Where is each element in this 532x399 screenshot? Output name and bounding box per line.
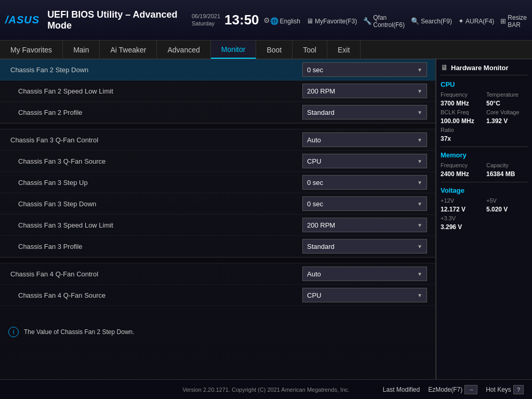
dropdown-chassis-fan3-stepup[interactable]: 0 sec ▼ (302, 175, 427, 190)
cpu-freq-value: 3700 MHz (441, 100, 482, 107)
nav-tool[interactable]: Tool (292, 41, 327, 59)
dropdown-arrow-7: ▼ (417, 201, 422, 207)
dropdown-chassis-fan2-profile[interactable]: Standard ▼ (302, 105, 427, 119)
nav-advanced[interactable]: Advanced (157, 41, 210, 59)
footer: Version 2.20.1271. Copyright (C) 2021 Am… (0, 379, 532, 399)
myfavorite-tool[interactable]: 🖥 MyFavorite(F3) (307, 17, 357, 25)
control-chassis-fan4-source[interactable]: CPU ▼ (302, 288, 427, 302)
control-chassis-fan3-stepup[interactable]: 0 sec ▼ (302, 175, 427, 190)
control-chassis-fan3-profile[interactable]: Standard ▼ (302, 239, 427, 254)
mem-capacity-value: 16384 MB (486, 170, 528, 178)
dropdown-value-chassis-fan4-qfan: Auto (307, 270, 321, 278)
nav-monitor[interactable]: Monitor (211, 41, 257, 59)
header-tools: 🌐 English 🖥 MyFavorite(F3) 🔧 Qfan Contro… (270, 14, 527, 29)
row-chassis-fan3-qfan: Chassis Fan 3 Q-Fan Control Auto ▼ (0, 129, 435, 151)
control-chassis-fan4-qfan[interactable]: Auto ▼ (302, 267, 427, 281)
nav-main[interactable]: Main (63, 41, 100, 59)
last-modified-btn[interactable]: Last Modified (383, 386, 420, 393)
dropdown-value-chassis-fan3-stepdown: 0 sec (307, 200, 323, 208)
hw-section-voltage: Voltage (441, 187, 528, 194)
monitor-icon: 🖥 (441, 63, 448, 72)
hot-keys-label: Hot Keys (486, 386, 511, 393)
nav-my-favorites[interactable]: My Favorites (0, 41, 63, 59)
dropdown-chassis-fan3-profile[interactable]: Standard ▼ (302, 239, 427, 254)
label-chassis-fan2-speed-low: Chassis Fan 2 Speed Low Limit (10, 87, 302, 95)
dropdown-chassis-fan4-qfan[interactable]: Auto ▼ (302, 267, 427, 281)
row-chassis-fan3-stepup: Chassis Fan 3 Step Up 0 sec ▼ (0, 172, 435, 193)
dropdown-value-chassis-fan3-stepup: 0 sec (307, 179, 323, 187)
resizebar-icon: ⊞ (500, 17, 506, 25)
hot-keys-btn[interactable]: Hot Keys ? (486, 385, 524, 394)
info-text: The Value of Chassis Fan 2 Step Down. (24, 328, 135, 336)
cpu-ratio-label: Ratio (441, 127, 482, 133)
dropdown-chassis-fan4-source[interactable]: CPU ▼ (302, 288, 427, 302)
dropdown-value-chassis-fan4-source: CPU (307, 291, 321, 299)
content-area: Chassis Fan 2 Step Down 0 sec ▼ Chassis … (0, 59, 436, 379)
dropdown-chassis-fan2-speed-low[interactable]: 200 RPM ▼ (302, 84, 427, 98)
cpu-memory-divider (441, 147, 528, 147)
control-chassis-fan3-stepdown[interactable]: 0 sec ▼ (302, 196, 427, 211)
volt-33v-value: 3.296 V (441, 223, 482, 231)
search-tool[interactable]: 🔍 Search(F9) (411, 17, 452, 25)
mem-freq-label: Frequency (441, 162, 482, 168)
cpu-ratio-value: 37x (441, 135, 482, 142)
dropdown-chassis-fan2-stepdown[interactable]: 0 sec ▼ (302, 62, 427, 77)
dropdown-arrow-10: ▼ (417, 271, 422, 277)
dropdown-value-chassis-fan2-speed-low: 200 RPM (307, 87, 335, 95)
dropdown-value-chassis-fan3-qfan: Auto (307, 136, 321, 144)
control-chassis-fan3-speed-low[interactable]: 200 RPM ▼ (302, 218, 427, 232)
mem-freq-value: 2400 MHz (441, 170, 482, 178)
row-chassis-fan2-profile: Chassis Fan 2 Profile Standard ▼ (0, 102, 435, 123)
ez-mode-btn[interactable]: EzMode(F7) → (428, 385, 477, 394)
nav-exit[interactable]: Exit (327, 41, 361, 59)
volt-33v-placeholder (486, 215, 528, 221)
volt-33v-label: +3.3V (441, 215, 482, 221)
volt-5v-value: 5.020 V (486, 206, 528, 213)
qfan-tool[interactable]: 🔧 Qfan Control(F6) (363, 14, 405, 29)
label-chassis-fan3-profile: Chassis Fan 3 Profile (10, 243, 302, 250)
hot-keys-icon: ? (513, 385, 524, 394)
dropdown-chassis-fan3-speed-low[interactable]: 200 RPM ▼ (302, 218, 427, 232)
cpu-stats-grid: Frequency Temperature 3700 MHz 50°C BCLK… (441, 91, 528, 142)
hw-monitor-panel: 🖥 Hardware Monitor CPU Frequency Tempera… (436, 59, 532, 379)
language-tool[interactable]: 🌐 English (270, 17, 300, 25)
label-chassis-fan3-stepdown: Chassis Fan 3 Step Down (10, 200, 302, 208)
volt-5v-label: +5V (486, 197, 528, 204)
cpu-temp-value: 50°C (486, 100, 528, 107)
label-chassis-fan2-profile: Chassis Fan 2 Profile (10, 109, 302, 116)
cpu-freq-label: Frequency (441, 91, 482, 98)
myfavorite-label: MyFavorite(F3) (315, 18, 357, 25)
search-icon: 🔍 (411, 17, 419, 25)
bios-title: UEFI BIOS Utility – Advanced Mode (47, 9, 181, 31)
resizebar-tool[interactable]: ⊞ Resize BAR (500, 14, 527, 29)
dropdown-value-chassis-fan3-source: CPU (307, 157, 321, 165)
settings-icon[interactable]: ⚙ (263, 16, 270, 24)
dropdown-chassis-fan3-stepdown[interactable]: 0 sec ▼ (302, 196, 427, 211)
aura-label: AURA(F4) (466, 18, 494, 25)
hw-monitor-title: 🖥 Hardware Monitor (441, 63, 528, 75)
control-chassis-fan2-speed-low[interactable]: 200 RPM ▼ (302, 84, 427, 98)
control-chassis-fan3-qfan[interactable]: Auto ▼ (302, 132, 427, 147)
aura-icon: ✦ (458, 17, 464, 25)
dropdown-chassis-fan3-qfan[interactable]: Auto ▼ (302, 132, 427, 147)
info-bar: i The Value of Chassis Fan 2 Step Down. (0, 322, 435, 342)
dropdown-value-chassis-fan3-profile: Standard (307, 243, 335, 250)
hw-monitor-title-text: Hardware Monitor (451, 64, 509, 72)
row-chassis-fan3-stepdown: Chassis Fan 3 Step Down 0 sec ▼ (0, 193, 435, 215)
control-chassis-fan2-profile[interactable]: Standard ▼ (302, 105, 427, 119)
aura-tool[interactable]: ✦ AURA(F4) (458, 17, 494, 25)
search-label: Search(F9) (421, 18, 452, 25)
nav-boot[interactable]: Boot (256, 41, 292, 59)
control-chassis-fan2-stepdown[interactable]: 0 sec ▼ (302, 62, 427, 77)
dropdown-arrow-3: ▼ (417, 110, 422, 115)
label-chassis-fan4-qfan: Chassis Fan 4 Q-Fan Control (10, 270, 302, 278)
nav-ai-tweaker[interactable]: Ai Tweaker (100, 41, 157, 59)
header: /ASUS UEFI BIOS Utility – Advanced Mode … (0, 0, 532, 41)
label-chassis-fan3-speed-low: Chassis Fan 3 Speed Low Limit (10, 221, 302, 229)
dropdown-arrow-2: ▼ (417, 88, 422, 94)
control-chassis-fan3-source[interactable]: CPU ▼ (302, 154, 427, 168)
row-chassis-fan2-stepdown: Chassis Fan 2 Step Down 0 sec ▼ (0, 59, 435, 81)
info-icon: i (8, 327, 19, 337)
dropdown-chassis-fan3-source[interactable]: CPU ▼ (302, 154, 427, 168)
dropdown-value-chassis-fan2-stepdown: 0 sec (307, 66, 323, 74)
